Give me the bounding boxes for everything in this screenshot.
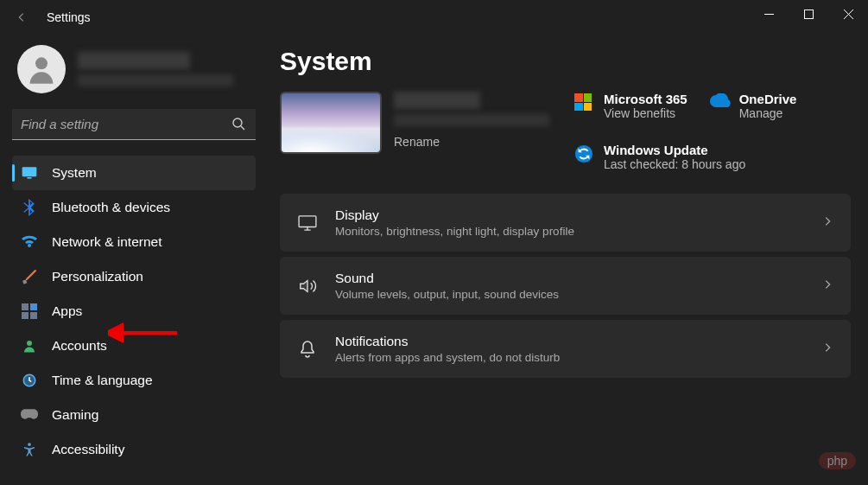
tile-microsoft365[interactable]: Microsoft 365 View benefits (574, 92, 687, 120)
sidebar-item-label: Bluetooth & devices (52, 200, 170, 215)
sidebar-item-time[interactable]: Time & language (12, 363, 256, 398)
chevron-right-icon (821, 278, 833, 294)
account-name-redacted (78, 52, 190, 69)
card-desc: Alerts from apps and system, do not dist… (335, 351, 804, 364)
svg-point-13 (28, 443, 31, 446)
svg-point-3 (233, 118, 242, 127)
card-notifications[interactable]: Notifications Alerts from apps and syste… (280, 320, 851, 378)
avatar (17, 45, 66, 93)
rename-link[interactable]: Rename (394, 135, 549, 149)
card-sound[interactable]: Sound Volume levels, output, input, soun… (280, 257, 851, 315)
tile-onedrive[interactable]: OneDrive Manage (710, 92, 797, 120)
watermark-badge: php (819, 452, 856, 469)
sidebar-item-label: Apps (52, 303, 82, 319)
main-content: System Rename Microsoft 365 View b (268, 35, 868, 485)
pc-spec-redacted (394, 114, 549, 126)
chevron-right-icon (821, 215, 833, 231)
tile-windows-update[interactable]: Windows Update Last checked: 8 hours ago (574, 143, 816, 171)
search-icon (231, 117, 245, 134)
svg-point-2 (35, 57, 48, 69)
titlebar: Settings (0, 0, 868, 35)
svg-rect-8 (30, 303, 37, 310)
svg-rect-15 (299, 215, 316, 227)
tile-subtitle: Manage (739, 106, 797, 120)
svg-rect-1 (804, 10, 813, 18)
bell-icon (297, 340, 318, 359)
tile-title: Windows Update (604, 143, 745, 157)
svg-rect-9 (22, 312, 29, 319)
wifi-icon (21, 233, 38, 251)
svg-rect-10 (30, 312, 37, 319)
onedrive-icon (710, 93, 729, 112)
sound-icon (297, 278, 318, 295)
microsoft-logo-icon (574, 93, 593, 112)
svg-point-14 (575, 145, 592, 163)
pc-card: Rename (280, 92, 557, 154)
minimize-button[interactable] (749, 0, 789, 28)
sidebar-item-accessibility[interactable]: Accessibility (12, 432, 256, 467)
desktop-thumbnail (280, 92, 382, 154)
sidebar-item-system[interactable]: System (12, 156, 256, 190)
svg-rect-7 (22, 303, 29, 310)
account-email-redacted (78, 74, 233, 86)
sidebar-item-label: Gaming (52, 407, 98, 423)
card-title: Sound (335, 271, 804, 286)
sidebar-item-label: Personalization (52, 269, 143, 284)
clock-icon (21, 372, 38, 389)
svg-point-11 (27, 341, 32, 346)
bluetooth-icon (21, 199, 38, 216)
sidebar-item-bluetooth[interactable]: Bluetooth & devices (12, 190, 256, 225)
close-button[interactable] (828, 0, 868, 28)
sidebar-item-accounts[interactable]: Accounts (12, 329, 256, 363)
window-title: Settings (47, 10, 91, 24)
sidebar-item-label: Network & internet (52, 234, 162, 250)
sidebar-item-label: Accessibility (52, 442, 124, 457)
sidebar-item-gaming[interactable]: Gaming (12, 398, 256, 432)
account-header[interactable] (12, 35, 256, 109)
update-icon (574, 144, 593, 163)
sidebar-item-label: Accounts (52, 338, 107, 354)
card-title: Display (335, 207, 804, 223)
brush-icon (21, 268, 38, 285)
sidebar-item-label: System (52, 165, 97, 181)
nav-list: System Bluetooth & devices Network & int… (12, 156, 256, 467)
svg-rect-4 (22, 167, 37, 176)
sidebar: System Bluetooth & devices Network & int… (0, 35, 268, 485)
tile-title: Microsoft 365 (604, 92, 687, 106)
sidebar-item-label: Time & language (52, 373, 153, 388)
accessibility-icon (21, 441, 38, 458)
svg-rect-5 (28, 177, 32, 179)
card-desc: Volume levels, output, input, sound devi… (335, 288, 804, 301)
display-icon (297, 215, 318, 231)
monitor-icon (21, 164, 38, 182)
window-controls (749, 0, 868, 28)
tile-subtitle: View benefits (604, 106, 687, 120)
back-icon[interactable] (16, 11, 31, 23)
chevron-right-icon (821, 341, 833, 357)
search-input[interactable] (12, 109, 256, 140)
card-desc: Monitors, brightness, night light, displ… (335, 225, 804, 238)
person-icon (21, 337, 38, 354)
card-display[interactable]: Display Monitors, brightness, night ligh… (280, 194, 851, 252)
sidebar-item-apps[interactable]: Apps (12, 294, 256, 329)
sidebar-item-network[interactable]: Network & internet (12, 225, 256, 259)
page-title: System (280, 47, 851, 76)
tile-subtitle: Last checked: 8 hours ago (604, 157, 745, 171)
card-title: Notifications (335, 334, 804, 349)
pc-name-redacted (394, 92, 480, 109)
gamepad-icon (21, 406, 38, 424)
apps-icon (21, 303, 38, 320)
svg-rect-0 (764, 14, 774, 15)
tile-title: OneDrive (739, 92, 797, 106)
maximize-button[interactable] (789, 0, 828, 28)
sidebar-item-personalization[interactable]: Personalization (12, 259, 256, 294)
